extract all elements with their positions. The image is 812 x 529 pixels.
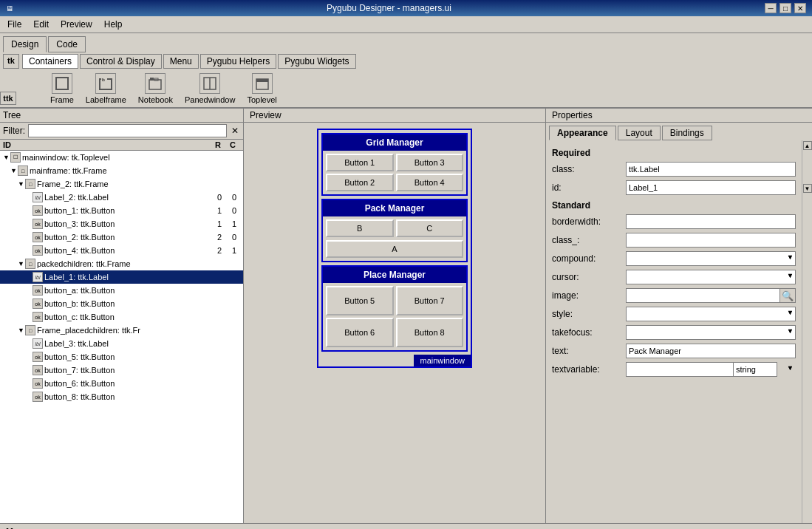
panedwindow-label: Panedwindow [185, 95, 236, 104]
preview-btn5[interactable]: Button 5 [326, 286, 394, 315]
id-input[interactable] [626, 180, 796, 195]
expand-arrow[interactable]: ▼ [18, 327, 25, 334]
widget-frame[interactable]: Frame [50, 73, 74, 104]
props-scroll-down[interactable]: ▼ [803, 184, 812, 193]
id-row: id: [552, 180, 796, 196]
preview-btn1[interactable]: Button 1 [326, 154, 394, 171]
preview-btn3[interactable]: Button 3 [396, 154, 464, 171]
tree-item-mainwindow[interactable]: ▼ ☐ mainwindow: tk.Toplevel [0, 151, 243, 164]
cursor-select[interactable] [626, 270, 796, 284]
cursor-label: cursor: [552, 272, 626, 282]
col-id-header: ID [3, 140, 211, 149]
widget-notebook[interactable]: Notebook [138, 73, 173, 104]
tree-item-label1[interactable]: lbl Label_1: ttk.Label [0, 270, 243, 284]
tree-item-packedchildren[interactable]: ▼ □ packedchildren: ttk.Frame [0, 257, 243, 270]
tab-pygubu-widgets[interactable]: Pygubu Widgets [278, 54, 355, 69]
tree-item-mainframe[interactable]: ▼ □ mainframe: ttk.Frame [0, 164, 243, 177]
preview-btn7[interactable]: Button 7 [396, 286, 464, 315]
menu-preview[interactable]: Preview [56, 18, 97, 31]
tree-item-button6[interactable]: ok button_6: ttk.Button [0, 377, 243, 390]
class_-input[interactable] [626, 233, 796, 248]
tab-design[interactable]: Design [3, 36, 47, 52]
borderwidth-input[interactable] [626, 214, 796, 229]
expand-arrow[interactable]: ▼ [3, 154, 10, 161]
tab-layout[interactable]: Layout [618, 126, 661, 140]
tree-item-buttonc[interactable]: ok button_c: ttk.Button [0, 310, 243, 324]
tab-control-display[interactable]: Control & Display [80, 54, 162, 69]
borderwidth-label: borderwidth: [552, 216, 626, 227]
text-label: text: [552, 346, 626, 356]
preview-title: Preview [250, 110, 282, 120]
props-title: Properties [552, 110, 593, 120]
preview-btn-b[interactable]: B [326, 219, 394, 237]
widget-tabs-bar: tk Containers Control & Display Menu Pyg… [0, 52, 812, 70]
frame-tree-icon: □ [25, 259, 35, 269]
textvariable-input[interactable] [626, 362, 733, 377]
tab-pygubu-helpers[interactable]: Pygubu Helpers [200, 54, 276, 69]
props-scrollbar: ▲ ▼ [802, 140, 812, 523]
tree-item-button4[interactable]: ok button_4: ttk.Button 2 1 [0, 244, 243, 257]
expand-arrow[interactable]: ▼ [10, 167, 18, 174]
toplevel-tree-icon: ☐ [10, 152, 21, 163]
tree-item-buttonb[interactable]: ok button_b: ttk.Button [0, 297, 243, 310]
preview-btn2[interactable]: Button 2 [326, 174, 394, 191]
frame-icon [52, 73, 72, 94]
menu-file[interactable]: File [3, 18, 26, 31]
tab-containers[interactable]: Containers [22, 54, 78, 69]
compound-select[interactable] [626, 251, 796, 266]
menu-help[interactable]: Help [100, 18, 127, 31]
tree-item-button1[interactable]: ok button_1: ttk.Button 1 0 [0, 204, 243, 217]
text-input[interactable] [626, 344, 796, 358]
tree-item-button5[interactable]: ok button_5: ttk.Button [0, 350, 243, 364]
props-tabs-bar: Appearance Layout Bindings [546, 123, 812, 140]
tree-item-button2[interactable]: ok button_2: ttk.Button 2 0 [0, 231, 243, 244]
menu-edit[interactable]: Edit [29, 18, 53, 31]
tree-item-frame2[interactable]: ▼ □ Frame_2: ttk.Frame [0, 177, 243, 191]
tab-appearance[interactable]: Appearance [549, 126, 616, 140]
tree-item-button8[interactable]: ok button_8: ttk.Button [0, 390, 243, 403]
tree-content[interactable]: ▼ ☐ mainwindow: tk.Toplevel ▼ □ mainfram… [0, 151, 243, 523]
frame-label: Frame [50, 95, 74, 104]
tree-item-label3[interactable]: lbl Label_3: ttk.Label [0, 337, 243, 350]
pack-manager-label: Pack Manager [323, 200, 466, 216]
tab-code[interactable]: Code [48, 36, 86, 52]
tree-item-buttona[interactable]: ok button_a: ttk.Button [0, 284, 243, 297]
class-input[interactable] [626, 162, 796, 177]
preview-btn6[interactable]: Button 6 [326, 318, 394, 347]
textvariable-type-wrapper: stringintdoubleboolean ▼ [733, 362, 796, 377]
expand-arrow[interactable]: ▼ [18, 180, 25, 188]
preview-btn8[interactable]: Button 8 [396, 318, 464, 347]
minimize-button[interactable]: ─ [765, 3, 777, 13]
props-scroll-up[interactable]: ▲ [803, 141, 812, 150]
image-input[interactable] [626, 288, 779, 303]
label-tree-icon: lbl [33, 338, 43, 349]
filter-clear[interactable]: ✕ [230, 126, 240, 136]
textvariable-label: textvariable: [552, 364, 626, 375]
style-select[interactable] [626, 307, 796, 321]
notebook-icon [145, 73, 166, 94]
expand-arrow[interactable]: ▼ [18, 260, 25, 267]
widget-toplevel[interactable]: Toplevel [247, 73, 276, 104]
tab-menu[interactable]: Menu [163, 54, 199, 69]
preview-btn4[interactable]: Button 4 [396, 174, 464, 191]
notebook-label: Notebook [138, 95, 173, 104]
image-browse-button[interactable]: 🔍 [779, 288, 796, 303]
filter-input[interactable] [28, 124, 227, 137]
preview-btn-a[interactable]: A [326, 240, 463, 258]
tree-header: Tree [0, 109, 243, 123]
tree-item-button7[interactable]: ok button_7: ttk.Button [0, 364, 243, 377]
tab-bindings[interactable]: Bindings [662, 126, 712, 140]
style-label: style: [552, 309, 626, 319]
preview-btn-c[interactable]: C [396, 219, 464, 237]
tree-item-frame-placed[interactable]: ▼ □ Frame_placedchildren: ttk.Fr [0, 324, 243, 337]
widget-panedwindow[interactable]: Panedwindow [185, 73, 236, 104]
widget-labelframe[interactable]: lb Labelframe [86, 73, 126, 104]
tree-item-button3[interactable]: ok button_3: ttk.Button 1 1 [0, 217, 243, 231]
maximize-button[interactable]: □ [779, 3, 791, 13]
textvariable-type-select[interactable]: stringintdoubleboolean [733, 362, 777, 377]
borderwidth-row: borderwidth: [552, 214, 796, 230]
tree-item-label2[interactable]: lbl Label_2: ttk.Label 0 0 [0, 191, 243, 204]
close-button[interactable]: ✕ [794, 3, 806, 13]
takefocus-select[interactable] [626, 325, 796, 340]
label-tree-icon: lbl [33, 272, 43, 282]
